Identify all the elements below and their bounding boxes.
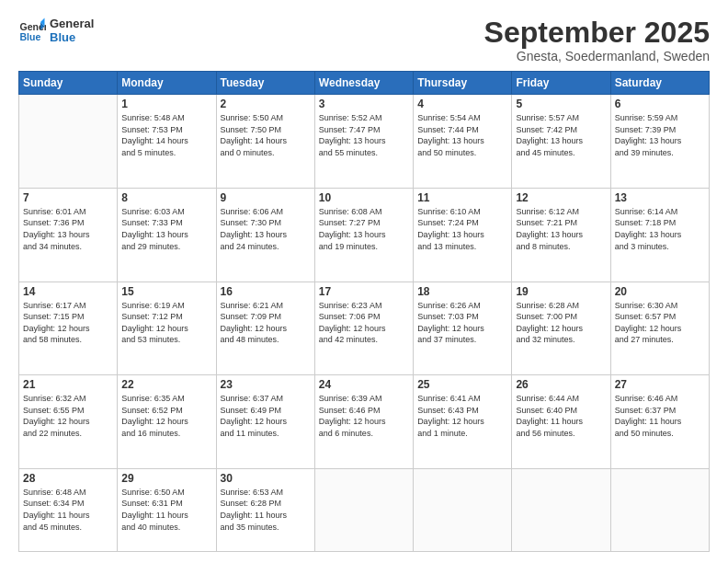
day-number: 12 bbox=[516, 191, 606, 204]
weekday-header-thursday: Thursday bbox=[414, 72, 512, 95]
calendar-cell: 28Sunrise: 6:48 AMSunset: 6:34 PMDayligh… bbox=[19, 468, 118, 551]
day-info: Sunrise: 6:44 AMSunset: 6:40 PMDaylight:… bbox=[516, 393, 606, 439]
svg-text:Blue: Blue bbox=[20, 31, 41, 42]
day-number: 25 bbox=[417, 378, 507, 391]
day-info: Sunrise: 6:32 AMSunset: 6:55 PMDaylight:… bbox=[23, 393, 113, 439]
calendar-cell: 17Sunrise: 6:23 AMSunset: 7:06 PMDayligh… bbox=[314, 282, 413, 375]
day-number: 11 bbox=[417, 191, 507, 204]
day-number: 26 bbox=[516, 378, 606, 391]
calendar-cell: 10Sunrise: 6:08 AMSunset: 7:27 PMDayligh… bbox=[314, 188, 413, 282]
week-row-3: 14Sunrise: 6:17 AMSunset: 7:15 PMDayligh… bbox=[19, 282, 710, 375]
day-info: Sunrise: 6:23 AMSunset: 7:06 PMDaylight:… bbox=[319, 300, 409, 346]
day-info: Sunrise: 6:35 AMSunset: 6:52 PMDaylight:… bbox=[121, 393, 211, 439]
calendar-cell bbox=[414, 468, 512, 551]
calendar-cell: 15Sunrise: 6:19 AMSunset: 7:12 PMDayligh… bbox=[118, 282, 216, 375]
title-block: September 2025 Gnesta, Soedermanland, Sw… bbox=[484, 17, 710, 63]
day-number: 3 bbox=[319, 98, 409, 110]
day-number: 8 bbox=[121, 191, 211, 204]
day-info: Sunrise: 5:57 AMSunset: 7:42 PMDaylight:… bbox=[516, 112, 606, 158]
day-number: 19 bbox=[516, 285, 606, 298]
day-number: 5 bbox=[516, 98, 606, 110]
weekday-header-tuesday: Tuesday bbox=[216, 72, 314, 95]
day-number: 20 bbox=[615, 285, 705, 298]
day-number: 10 bbox=[319, 191, 409, 204]
calendar-cell: 20Sunrise: 6:30 AMSunset: 6:57 PMDayligh… bbox=[610, 282, 709, 375]
day-info: Sunrise: 6:01 AMSunset: 7:36 PMDaylight:… bbox=[23, 206, 113, 252]
calendar-cell bbox=[314, 468, 413, 551]
calendar-cell: 7Sunrise: 6:01 AMSunset: 7:36 PMDaylight… bbox=[19, 188, 118, 282]
day-number: 27 bbox=[615, 378, 705, 391]
day-number: 22 bbox=[121, 378, 211, 391]
day-info: Sunrise: 6:17 AMSunset: 7:15 PMDaylight:… bbox=[23, 300, 113, 346]
week-row-2: 7Sunrise: 6:01 AMSunset: 7:36 PMDaylight… bbox=[19, 188, 710, 282]
day-number: 30 bbox=[221, 472, 311, 485]
day-number: 24 bbox=[319, 378, 409, 391]
weekday-header-friday: Friday bbox=[512, 72, 610, 95]
calendar-cell: 18Sunrise: 6:26 AMSunset: 7:03 PMDayligh… bbox=[414, 282, 512, 375]
calendar-cell bbox=[512, 468, 610, 551]
day-number: 15 bbox=[121, 285, 211, 298]
day-info: Sunrise: 6:19 AMSunset: 7:12 PMDaylight:… bbox=[121, 300, 211, 346]
calendar-cell: 9Sunrise: 6:06 AMSunset: 7:30 PMDaylight… bbox=[216, 188, 314, 282]
calendar-cell: 26Sunrise: 6:44 AMSunset: 6:40 PMDayligh… bbox=[512, 375, 610, 469]
day-info: Sunrise: 6:12 AMSunset: 7:21 PMDaylight:… bbox=[516, 206, 606, 252]
calendar-cell: 5Sunrise: 5:57 AMSunset: 7:42 PMDaylight… bbox=[512, 95, 610, 189]
calendar-cell: 3Sunrise: 5:52 AMSunset: 7:47 PMDaylight… bbox=[314, 95, 413, 189]
weekday-header-monday: Monday bbox=[118, 72, 216, 95]
day-info: Sunrise: 6:28 AMSunset: 7:00 PMDaylight:… bbox=[516, 300, 606, 346]
day-info: Sunrise: 5:50 AMSunset: 7:50 PMDaylight:… bbox=[221, 112, 311, 158]
day-number: 4 bbox=[417, 98, 507, 110]
page: General Blue General Blue September 2025… bbox=[0, 0, 728, 563]
day-number: 1 bbox=[121, 98, 211, 110]
day-number: 29 bbox=[121, 472, 211, 485]
day-info: Sunrise: 6:30 AMSunset: 6:57 PMDaylight:… bbox=[615, 300, 705, 346]
day-info: Sunrise: 5:59 AMSunset: 7:39 PMDaylight:… bbox=[615, 112, 705, 158]
header: General Blue General Blue September 2025… bbox=[18, 17, 710, 63]
day-info: Sunrise: 5:54 AMSunset: 7:44 PMDaylight:… bbox=[417, 112, 507, 158]
day-info: Sunrise: 6:39 AMSunset: 6:46 PMDaylight:… bbox=[319, 393, 409, 439]
calendar-cell: 22Sunrise: 6:35 AMSunset: 6:52 PMDayligh… bbox=[118, 375, 216, 469]
calendar-cell: 2Sunrise: 5:50 AMSunset: 7:50 PMDaylight… bbox=[216, 95, 314, 189]
day-info: Sunrise: 6:53 AMSunset: 6:28 PMDaylight:… bbox=[221, 487, 311, 533]
month-title: September 2025 bbox=[484, 17, 710, 49]
day-number: 2 bbox=[221, 98, 311, 110]
day-info: Sunrise: 6:37 AMSunset: 6:49 PMDaylight:… bbox=[221, 393, 311, 439]
day-number: 18 bbox=[417, 285, 507, 298]
weekday-header-wednesday: Wednesday bbox=[314, 72, 413, 95]
calendar-cell: 12Sunrise: 6:12 AMSunset: 7:21 PMDayligh… bbox=[512, 188, 610, 282]
calendar-table: SundayMondayTuesdayWednesdayThursdayFrid… bbox=[18, 71, 710, 552]
calendar-cell: 23Sunrise: 6:37 AMSunset: 6:49 PMDayligh… bbox=[216, 375, 314, 469]
week-row-5: 28Sunrise: 6:48 AMSunset: 6:34 PMDayligh… bbox=[19, 468, 710, 551]
day-number: 17 bbox=[319, 285, 409, 298]
logo-line2: Blue bbox=[50, 30, 94, 44]
day-info: Sunrise: 6:08 AMSunset: 7:27 PMDaylight:… bbox=[319, 206, 409, 252]
day-info: Sunrise: 6:14 AMSunset: 7:18 PMDaylight:… bbox=[615, 206, 705, 252]
logo-line1: General bbox=[50, 17, 94, 30]
calendar-cell bbox=[19, 95, 118, 189]
day-info: Sunrise: 5:52 AMSunset: 7:47 PMDaylight:… bbox=[319, 112, 409, 158]
day-info: Sunrise: 6:10 AMSunset: 7:24 PMDaylight:… bbox=[417, 206, 507, 252]
day-number: 7 bbox=[23, 191, 113, 204]
calendar-cell: 24Sunrise: 6:39 AMSunset: 6:46 PMDayligh… bbox=[314, 375, 413, 469]
day-info: Sunrise: 6:41 AMSunset: 6:43 PMDaylight:… bbox=[417, 393, 507, 439]
day-number: 14 bbox=[23, 285, 113, 298]
day-number: 6 bbox=[615, 98, 705, 110]
day-number: 16 bbox=[221, 285, 311, 298]
calendar-cell: 6Sunrise: 5:59 AMSunset: 7:39 PMDaylight… bbox=[610, 95, 709, 189]
day-number: 28 bbox=[23, 472, 113, 485]
calendar-cell: 19Sunrise: 6:28 AMSunset: 7:00 PMDayligh… bbox=[512, 282, 610, 375]
weekday-header-sunday: Sunday bbox=[19, 72, 118, 95]
location-subtitle: Gnesta, Soedermanland, Sweden bbox=[484, 49, 710, 63]
day-number: 13 bbox=[615, 191, 705, 204]
week-row-1: 1Sunrise: 5:48 AMSunset: 7:53 PMDaylight… bbox=[19, 95, 710, 189]
weekday-header-saturday: Saturday bbox=[610, 72, 709, 95]
logo-icon: General Blue bbox=[18, 17, 46, 44]
week-row-4: 21Sunrise: 6:32 AMSunset: 6:55 PMDayligh… bbox=[19, 375, 710, 469]
day-info: Sunrise: 6:26 AMSunset: 7:03 PMDaylight:… bbox=[417, 300, 507, 346]
day-number: 23 bbox=[221, 378, 311, 391]
calendar-cell: 11Sunrise: 6:10 AMSunset: 7:24 PMDayligh… bbox=[414, 188, 512, 282]
calendar-cell: 14Sunrise: 6:17 AMSunset: 7:15 PMDayligh… bbox=[19, 282, 118, 375]
calendar-cell: 25Sunrise: 6:41 AMSunset: 6:43 PMDayligh… bbox=[414, 375, 512, 469]
day-info: Sunrise: 6:50 AMSunset: 6:31 PMDaylight:… bbox=[121, 487, 211, 533]
day-number: 9 bbox=[221, 191, 311, 204]
